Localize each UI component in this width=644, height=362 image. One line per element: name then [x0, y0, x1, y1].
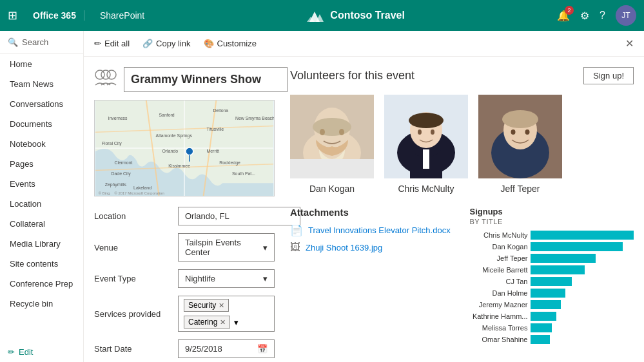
svg-point-52	[525, 129, 530, 135]
avatar[interactable]: JT	[616, 5, 636, 26]
start-date-label: Start Date	[94, 344, 178, 354]
attachment-jpg[interactable]: 🖼 Zhuji Shoot 1639.jpg	[290, 242, 454, 253]
settings-icon[interactable]: ⚙	[580, 10, 589, 22]
close-button[interactable]: ✕	[625, 37, 634, 50]
volunteer-jeff-teper: Jeff Teper	[478, 95, 562, 194]
event-type-label: Event Type	[94, 274, 178, 283]
signup-button[interactable]: Sign up!	[583, 67, 634, 84]
main-panel: ✏ Edit all 🔗 Copy link 🎨 Customize ✕	[84, 31, 644, 362]
attachment-docx-name: Travel Innovations Elevator Pitch.docx	[308, 225, 451, 235]
sidebar-item-location[interactable]: Location	[0, 194, 83, 214]
sidebar-item-home[interactable]: Home	[0, 54, 83, 74]
svg-point-51	[511, 129, 516, 135]
svg-text:Sanford: Sanford	[159, 113, 175, 117]
event-type-select[interactable]: Nightlife ▾	[178, 269, 275, 288]
chart-row: CJ Tan	[470, 277, 634, 286]
event-title-input[interactable]	[124, 67, 288, 92]
map-container: Inverness Sanford Deltona New Smyrna Bea…	[94, 100, 275, 196]
svg-point-44	[418, 129, 422, 135]
svg-text:Inverness: Inverness	[108, 116, 128, 120]
svg-text:Orlando: Orlando	[162, 149, 178, 153]
copy-link-button[interactable]: 🔗 Copy link	[142, 39, 190, 48]
svg-point-54	[527, 137, 530, 140]
sidebar-item-collateral[interactable]: Collateral	[0, 214, 83, 234]
panel-content: Inverness Sanford Deltona New Smyrna Bea…	[84, 57, 644, 362]
svg-text:Merritt: Merritt	[207, 149, 220, 153]
sidebar-item-media-library[interactable]: Media Library	[0, 234, 83, 254]
help-icon[interactable]: ?	[600, 10, 605, 21]
chart-row: Omar Shahine	[470, 335, 634, 344]
signups-chart: Signups BY TITLE Chris McNultyDan KoganJ…	[470, 207, 634, 347]
edit-all-button[interactable]: ✏ Edit all	[94, 39, 130, 48]
sidebar-item-team-news[interactable]: Team News	[0, 74, 83, 94]
edit-sidebar-button[interactable]: ✏ Edit	[0, 342, 83, 362]
topbar-actions: 🔔 2 ⚙ ? JT	[557, 5, 636, 26]
site-name[interactable]: SharePoint	[92, 10, 152, 21]
search-bar[interactable]: 🔍 Search	[0, 31, 83, 54]
svg-rect-46	[423, 149, 429, 169]
chart-row: Jeff Teper	[470, 254, 634, 263]
remove-security-tag[interactable]: ✕	[219, 301, 224, 310]
sidebar-item-conference-prep[interactable]: Conference Prep	[0, 274, 83, 294]
volunteer-name-chris: Chris McNulty	[398, 184, 454, 194]
location-input[interactable]	[178, 207, 300, 225]
edit-pencil-icon: ✏	[8, 347, 15, 357]
event-type-row: Event Type Nightlife ▾	[94, 269, 275, 288]
search-icon: 🔍	[8, 37, 18, 47]
svg-text:Altamonte Springs: Altamonte Springs	[156, 133, 193, 138]
svg-text:© Bing: © Bing	[99, 191, 110, 195]
customize-button[interactable]: 🎨 Customize	[204, 39, 257, 48]
docx-icon: 📄	[290, 224, 303, 236]
event-title-area	[94, 67, 275, 92]
svg-point-43	[409, 113, 444, 128]
left-panel: Inverness Sanford Deltona New Smyrna Bea…	[94, 67, 275, 362]
svg-point-45	[431, 129, 434, 135]
volunteers-title: Volunteers for this event	[290, 69, 415, 82]
chart-row: Dan Holme	[470, 289, 634, 298]
search-label: Search	[22, 37, 48, 47]
chart-row: Miceile Barrett	[470, 265, 634, 274]
topbar: ⊞ Office 365 SharePoint Contoso Travel 🔔…	[0, 0, 644, 31]
venue-row: Venue Tailspin Events Center ▾	[94, 233, 275, 262]
svg-text:Titusville: Titusville	[207, 127, 224, 131]
sidebar-item-pages[interactable]: Pages	[0, 154, 83, 174]
sidebar-item-site-contents[interactable]: Site contents	[0, 254, 83, 274]
attachments-title: Attachments	[290, 207, 454, 218]
sidebar-item-documents[interactable]: Documents	[0, 114, 83, 134]
services-label: Services provided	[94, 309, 178, 319]
grid-icon[interactable]: ⊞	[8, 8, 17, 23]
chart-row: Melissa Torres	[470, 323, 634, 332]
jpg-icon: 🖼	[290, 242, 300, 253]
volunteer-chris-mcnulty: Chris McNulty	[384, 95, 468, 194]
services-dropdown-icon[interactable]: ▾	[234, 318, 239, 327]
sidebar-item-conversations[interactable]: Conversations	[0, 94, 83, 114]
svg-point-29	[186, 148, 193, 155]
location-row: Location	[94, 207, 275, 225]
bottom-area: Attachments 📄 Travel Innovations Elevato…	[290, 207, 634, 347]
logo-area: Contoso Travel	[160, 8, 549, 23]
notification-bell-icon[interactable]: 🔔 2	[557, 10, 570, 22]
svg-point-53	[511, 137, 513, 140]
site-logo-text[interactable]: Contoso Travel	[330, 10, 405, 21]
svg-text:Floral City: Floral City	[102, 141, 122, 146]
svg-rect-39	[290, 159, 374, 178]
edit-pencil-icon: ✏	[94, 39, 101, 48]
chart-title: Signups	[470, 207, 634, 216]
services-row: Services provided Security ✕ Catering ✕ …	[94, 296, 275, 332]
volunteer-name-jeff: Jeff Teper	[501, 184, 540, 194]
chart-row: Kathrine Hamm...	[470, 312, 634, 321]
sidebar-item-recycle-bin[interactable]: Recycle bin	[0, 294, 83, 314]
venue-select[interactable]: Tailspin Events Center ▾	[178, 233, 275, 262]
start-date-input[interactable]: 9/25/2018 📅	[178, 339, 275, 358]
app-name[interactable]: Office 365	[25, 10, 84, 21]
sidebar-item-notebook[interactable]: Notebook	[0, 134, 83, 154]
sidebar-item-events[interactable]: Events	[0, 174, 83, 194]
remove-catering-tag[interactable]: ✕	[220, 318, 226, 327]
customize-icon: 🎨	[204, 39, 214, 48]
sidebar: 🔍 Search Home Team News Conversations Do…	[0, 31, 84, 362]
attachment-docx[interactable]: 📄 Travel Innovations Elevator Pitch.docx	[290, 224, 454, 236]
chart-rows: Chris McNultyDan KoganJeff TeperMiceile …	[470, 231, 634, 344]
svg-point-37	[320, 129, 325, 135]
link-icon: 🔗	[142, 39, 153, 48]
svg-text:New Smyrna Beach: New Smyrna Beach	[235, 116, 274, 121]
